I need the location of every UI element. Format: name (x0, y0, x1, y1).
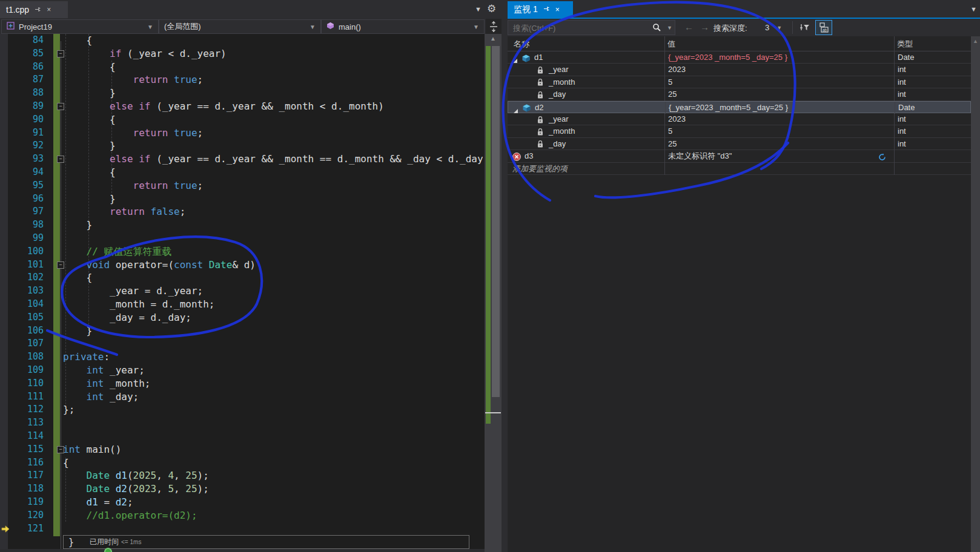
code-line-111[interactable]: 111 int _day; (0, 390, 485, 404)
code-line-95[interactable]: 95 return true; (0, 179, 485, 192)
code-line-94[interactable]: 94 { (0, 166, 485, 179)
close-icon[interactable]: × (555, 6, 560, 13)
perf-tip[interactable]: } 已用时间 <= 1ms (63, 535, 469, 549)
function-dropdown[interactable]: main() ▼ (321, 19, 485, 34)
watch-row-_month[interactable]: _month5int (508, 76, 971, 88)
code-line-92[interactable]: 92 } (0, 139, 485, 153)
code-line-84[interactable]: 84 { (0, 34, 485, 47)
code-line-91[interactable]: 91 return true; (0, 126, 485, 140)
chevron-down-icon[interactable]: ▼ (475, 5, 482, 13)
code-editor[interactable]: 84 {85 if (_year < d._year)86 {87 return… (0, 34, 485, 552)
watch-search-box[interactable]: ▼ (508, 20, 675, 35)
code-text: _day = d._day; (63, 311, 191, 324)
column-divider[interactable] (664, 36, 665, 51)
search-depth-dropdown[interactable]: 3 ▼ (760, 21, 788, 34)
watch-vertical-scrollbar[interactable]: ▲ (971, 36, 980, 552)
code-line-90[interactable]: 90 { (0, 113, 485, 126)
watch-row-_year[interactable]: _year2023int (508, 113, 971, 125)
code-text: return true; (63, 73, 203, 87)
code-line-120[interactable]: 120 //d1.operator=(d2); (0, 509, 485, 522)
chevron-down-icon: ▼ (310, 24, 316, 30)
project-dropdown[interactable]: Project19 ▼ (1, 19, 159, 34)
chevron-down-icon[interactable]: ▼ (970, 5, 977, 13)
editor-vertical-scrollbar[interactable]: ▲ (485, 34, 502, 552)
column-header-value[interactable]: 值 (667, 39, 675, 50)
code-line-113[interactable]: 113 (0, 416, 485, 430)
code-line-105[interactable]: 105 _day = d._day; (0, 311, 485, 324)
search-depth-label: 搜索深度: (713, 23, 747, 34)
watch-type: int (895, 88, 974, 100)
code-line-98[interactable]: 98 } (0, 218, 485, 232)
code-text: _year = d._year; (63, 284, 203, 298)
scrollbar-caret-marker (485, 412, 501, 413)
watch-row-add-item[interactable]: 添加要监视的项 (508, 163, 971, 175)
gear-icon[interactable]: ⚙ (487, 2, 496, 15)
column-header-name[interactable]: 名称 (514, 39, 529, 50)
watch-row-d2[interactable]: d2{_year=2023 _month=5 _day=25 }Date (508, 101, 971, 113)
watch-row-d1[interactable]: d1{_year=2023 _month=5 _day=25 }Date (508, 51, 971, 64)
column-divider[interactable] (894, 36, 895, 51)
pin-icon[interactable] (35, 6, 41, 14)
refresh-icon[interactable] (878, 153, 886, 163)
fold-collapse-icon[interactable]: − (57, 261, 64, 269)
code-line-103[interactable]: 103 _year = d._year; (0, 284, 485, 298)
code-line-102[interactable]: 102 { (0, 271, 485, 284)
code-line-89[interactable]: 89 else if (_year == d._year && _month <… (0, 100, 485, 113)
code-line-114[interactable]: 114 (0, 430, 485, 443)
code-line-115[interactable]: 115int main() (0, 443, 485, 456)
scrollbar-up-icon[interactable]: ▲ (971, 38, 980, 44)
code-line-86[interactable]: 86 { (0, 61, 485, 74)
split-editor-icon[interactable] (486, 19, 502, 34)
document-tab[interactable]: t1.cpp × (0, 1, 68, 18)
search-dropdown-icon[interactable]: ▼ (667, 25, 672, 31)
code-line-93[interactable]: 93 else if (_year == d._year && _month =… (0, 153, 485, 166)
expander-icon[interactable] (513, 105, 518, 114)
fold-collapse-icon[interactable]: − (57, 50, 64, 58)
code-line-106[interactable]: 106 } (0, 324, 485, 338)
scope-dropdown[interactable]: (全局范围) ▼ (159, 19, 321, 34)
watch-column-headers[interactable]: 名称 值 类型 (508, 36, 971, 51)
code-line-99[interactable]: 99 (0, 232, 485, 245)
code-line-110[interactable]: 110 int _month; (0, 377, 485, 390)
code-line-87[interactable]: 87 return true; (0, 73, 485, 87)
code-line-108[interactable]: 108private: (0, 350, 485, 364)
code-line-85[interactable]: 85 if (_year < d._year) (0, 47, 485, 61)
watch-row-_year[interactable]: _year2023int (508, 64, 971, 76)
code-line-96[interactable]: 96 } (0, 192, 485, 206)
watch-row-_day[interactable]: _day25int (508, 88, 971, 100)
fold-collapse-icon[interactable]: − (57, 446, 64, 453)
pin-icon[interactable] (543, 5, 550, 13)
code-line-117[interactable]: 117 Date d1(2025, 4, 25); (0, 469, 485, 482)
back-arrow-icon[interactable]: ← (684, 22, 694, 32)
code-line-100[interactable]: 100 // 赋值运算符重载 (0, 245, 485, 258)
code-line-112[interactable]: 112}; (0, 403, 485, 416)
column-divider (664, 64, 665, 76)
search-icon[interactable] (652, 23, 661, 34)
code-line-88[interactable]: 88 } (0, 87, 485, 100)
watch-row-d3[interactable]: d3未定义标识符 "d3" (508, 150, 971, 162)
code-line-109[interactable]: 109 int _year; (0, 364, 485, 377)
scrollbar-up-icon[interactable]: ▲ (485, 35, 502, 42)
code-line-107[interactable]: 107 (0, 337, 485, 350)
code-line-118[interactable]: 118 Date d2(2023, 5, 25); (0, 482, 485, 496)
code-line-101[interactable]: 101 void operator=(const Date& d) (0, 258, 485, 272)
code-line-97[interactable]: 97 return false; (0, 205, 485, 218)
column-header-type[interactable]: 类型 (897, 39, 913, 50)
fold-collapse-icon[interactable]: − (57, 156, 64, 163)
code-line-121[interactable]: 121 (0, 522, 485, 536)
watch-row-_day[interactable]: _day25int (508, 138, 971, 150)
scrollbar-thumb[interactable] (492, 46, 500, 397)
close-icon[interactable]: × (47, 6, 51, 13)
code-line-104[interactable]: 104 _month = d._month; (0, 298, 485, 311)
forward-arrow-icon[interactable]: → (700, 22, 709, 32)
watch-tab[interactable]: 监视 1 × (508, 1, 573, 18)
fold-collapse-icon[interactable]: − (57, 103, 64, 110)
code-line-119[interactable]: 119 d1 = d2; (0, 496, 485, 509)
pin-filter-icon[interactable] (796, 20, 813, 35)
format-toggle-icon[interactable]: ab (815, 20, 832, 35)
code-line-116[interactable]: 116{ (0, 456, 485, 470)
watch-row-_month[interactable]: _month5int (508, 125, 971, 137)
search-input[interactable] (512, 22, 635, 34)
line-number: 99 (0, 232, 44, 245)
expander-icon[interactable] (512, 55, 518, 64)
